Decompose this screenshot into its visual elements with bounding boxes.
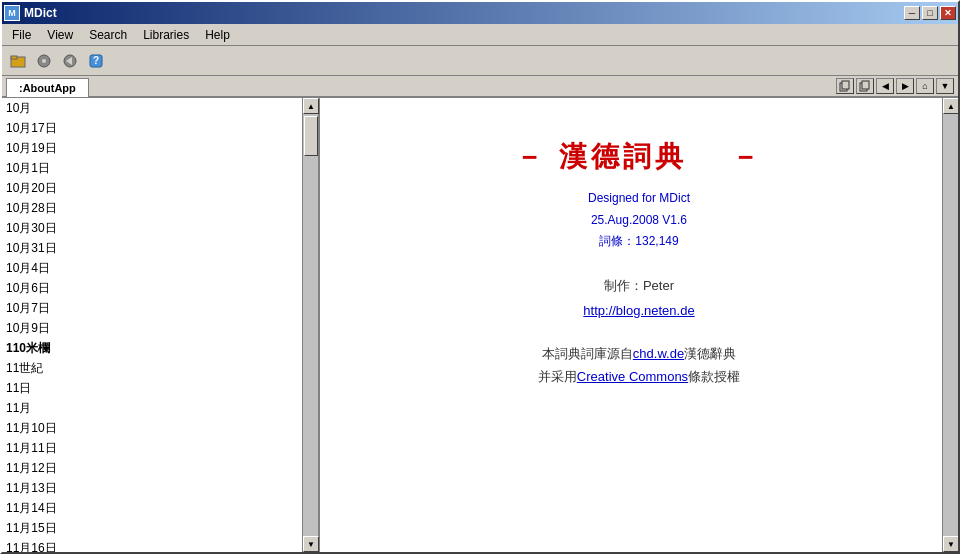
word-list-item[interactable]: 11日 xyxy=(2,378,318,398)
word-list-item[interactable]: 10月7日 xyxy=(2,298,318,318)
app-icon: M xyxy=(4,5,20,21)
subtitle-line1: Designed for MDict xyxy=(588,191,690,205)
nav-more-button[interactable]: ▼ xyxy=(936,78,954,94)
tab-aboutapp[interactable]: :AboutApp xyxy=(6,78,89,97)
minimize-button[interactable]: ─ xyxy=(904,6,920,20)
close-button[interactable]: ✕ xyxy=(940,6,956,20)
word-list-item[interactable]: 10月28日 xyxy=(2,198,318,218)
word-list-item[interactable]: 11月13日 xyxy=(2,478,318,498)
nav-forward-button[interactable]: ▶ xyxy=(896,78,914,94)
word-list-item[interactable]: 11月 xyxy=(2,398,318,418)
author-name: Peter xyxy=(643,278,674,293)
scroll-up-button[interactable]: ▲ xyxy=(303,98,319,114)
svg-rect-1 xyxy=(11,56,17,59)
dict-scroll-up[interactable]: ▲ xyxy=(943,98,958,114)
dict-content: － 漢德詞典 － Designed for MDict 25.Aug.2008 … xyxy=(320,98,958,552)
menu-help[interactable]: Help xyxy=(197,26,238,44)
word-list: 10月10月17日10月19日10月1日10月20日10月28日10月30日10… xyxy=(2,98,318,552)
dict-source: 本詞典詞庫源自chd.w.de漢德辭典 并采用Creative Commons條… xyxy=(538,342,740,389)
menu-libraries[interactable]: Libraries xyxy=(135,26,197,44)
menu-view[interactable]: View xyxy=(39,26,81,44)
help-button[interactable]: ? xyxy=(84,50,108,72)
main-window: M MDict ─ □ ✕ File View Search Libraries… xyxy=(0,0,960,554)
word-list-item[interactable]: 11月12日 xyxy=(2,458,318,478)
word-list-item[interactable]: 11月10日 xyxy=(2,418,318,438)
menu-file[interactable]: File xyxy=(4,26,39,44)
source-line2-pre: 并采用 xyxy=(538,369,577,384)
word-list-item[interactable]: 10月20日 xyxy=(2,178,318,198)
word-list-item[interactable]: 10月19日 xyxy=(2,138,318,158)
word-list-item[interactable]: 10月30日 xyxy=(2,218,318,238)
copy-button-2[interactable] xyxy=(856,78,874,94)
window-title: MDict xyxy=(24,6,57,20)
menu-bar: File View Search Libraries Help xyxy=(2,24,958,46)
toolbar: ? xyxy=(2,46,958,76)
dict-subtitle: Designed for MDict 25.Aug.2008 V1.6 詞條：1… xyxy=(588,188,690,253)
source-link[interactable]: chd.w.de xyxy=(633,346,684,361)
source-link2[interactable]: Creative Commons xyxy=(577,369,688,384)
dict-scroll-track[interactable] xyxy=(943,114,958,536)
word-list-item[interactable]: 11月15日 xyxy=(2,518,318,538)
dict-scrollbar[interactable]: ▲ ▼ xyxy=(942,98,958,552)
subtitle-line2: 25.Aug.2008 V1.6 xyxy=(591,213,687,227)
scroll-track[interactable] xyxy=(303,114,318,536)
source-pre: 本詞典詞庫源自 xyxy=(542,346,633,361)
source-line2-post: 條款授權 xyxy=(688,369,740,384)
help-icon: ? xyxy=(88,53,104,69)
word-list-item[interactable]: 10月9日 xyxy=(2,318,318,338)
svg-text:?: ? xyxy=(93,55,99,66)
nav-back-button[interactable]: ◀ xyxy=(876,78,894,94)
menu-search[interactable]: Search xyxy=(81,26,135,44)
title-buttons: ─ □ ✕ xyxy=(904,6,956,20)
dict-title: － 漢德詞典 － xyxy=(515,138,763,176)
word-list-scrollbar[interactable]: ▲ ▼ xyxy=(302,98,318,552)
back-icon xyxy=(62,53,78,69)
scroll-thumb[interactable] xyxy=(304,116,318,156)
word-list-item[interactable]: 10月6日 xyxy=(2,278,318,298)
subtitle-line3: 詞條：132,149 xyxy=(599,234,678,248)
word-list-item[interactable]: 11月11日 xyxy=(2,438,318,458)
copy-button-1[interactable] xyxy=(836,78,854,94)
word-list-item[interactable]: 10月 xyxy=(2,98,318,118)
maximize-button[interactable]: □ xyxy=(922,6,938,20)
word-list-item[interactable]: 110米欄 xyxy=(2,338,318,358)
svg-point-3 xyxy=(42,59,46,63)
main-content: 10月10月17日10月19日10月1日10月20日10月28日10月30日10… xyxy=(2,98,958,552)
word-list-item[interactable]: 11世紀 xyxy=(2,358,318,378)
title-bar: M MDict ─ □ ✕ xyxy=(2,2,958,24)
word-list-item[interactable]: 10月17日 xyxy=(2,118,318,138)
word-list-item[interactable]: 11月16日 xyxy=(2,538,318,552)
library-button[interactable] xyxy=(32,50,56,72)
dict-panel: － 漢德詞典 － Designed for MDict 25.Aug.2008 … xyxy=(320,98,958,552)
open-icon xyxy=(10,53,26,69)
dict-author: 制作：Peter xyxy=(604,277,674,295)
word-list-panel: 10月10月17日10月19日10月1日10月20日10月28日10月30日10… xyxy=(2,98,320,552)
source-post: 漢德辭典 xyxy=(684,346,736,361)
word-list-item[interactable]: 10月4日 xyxy=(2,258,318,278)
author-label: 制作： xyxy=(604,278,643,293)
word-list-item[interactable]: 10月31日 xyxy=(2,238,318,258)
svg-rect-11 xyxy=(862,81,869,89)
open-button[interactable] xyxy=(6,50,30,72)
library-icon xyxy=(36,53,52,69)
back-button[interactable] xyxy=(58,50,82,72)
tab-bar: :AboutApp ◀ ▶ ⌂ ▼ xyxy=(2,76,958,98)
dict-url[interactable]: http://blog.neten.de xyxy=(583,303,694,318)
tab-actions: ◀ ▶ ⌂ ▼ xyxy=(836,78,954,96)
copy1-icon xyxy=(839,80,851,92)
word-list-item[interactable]: 11月14日 xyxy=(2,498,318,518)
copy2-icon xyxy=(859,80,871,92)
scroll-down-button[interactable]: ▼ xyxy=(303,536,319,552)
dict-scroll-down[interactable]: ▼ xyxy=(943,536,958,552)
svg-rect-9 xyxy=(842,81,849,89)
title-bar-left: M MDict xyxy=(4,5,57,21)
nav-home-button[interactable]: ⌂ xyxy=(916,78,934,94)
word-list-item[interactable]: 10月1日 xyxy=(2,158,318,178)
